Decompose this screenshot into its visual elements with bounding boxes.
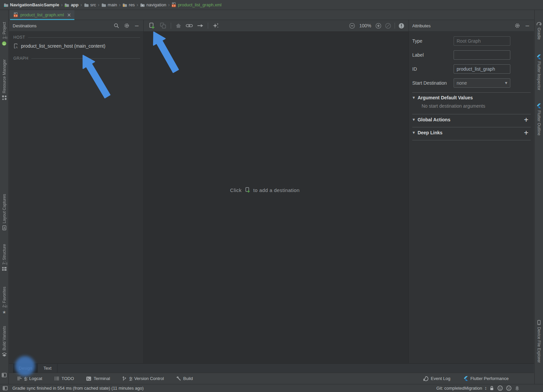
toolwindow-build[interactable]: Build xyxy=(176,376,193,381)
hide-panel-icon[interactable]: − xyxy=(134,23,139,29)
search-icon[interactable] xyxy=(114,23,119,28)
auto-arrange-button[interactable] xyxy=(212,22,219,29)
breadcrumb-project[interactable]: NavigationBasicSample xyxy=(3,2,60,7)
toolwindow-toggle-icon[interactable] xyxy=(3,386,8,390)
main-area: product_list_graph.xml × Destinations − xyxy=(9,10,534,384)
sidebar-item-device-file-explorer[interactable]: Device File Explorer xyxy=(535,320,543,363)
toolwindow-terminal[interactable]: Terminal xyxy=(86,376,110,381)
host-section-header: HOST xyxy=(9,32,143,41)
add-global-action-button[interactable]: + xyxy=(524,117,529,123)
id-label: ID xyxy=(412,66,454,72)
git-update-icons: ▴▾ xyxy=(485,386,486,390)
sidebar-item-layout-captures[interactable]: Layout Captures xyxy=(0,194,8,230)
toolwindow-event-log[interactable]: Event Log xyxy=(423,376,451,381)
toolbar-separator xyxy=(208,23,208,29)
link-button[interactable] xyxy=(186,23,193,28)
hide-panel-icon[interactable]: − xyxy=(525,23,530,29)
fragment-icon: A xyxy=(13,43,18,49)
breadcrumb-navigation[interactable]: navigation xyxy=(139,2,167,7)
zoom-level: 100% xyxy=(359,23,372,28)
host-item[interactable]: A product_list_screen_host (main_content… xyxy=(9,41,143,51)
argument-default-values-section[interactable]: ▼ Argument Default Values xyxy=(409,93,534,102)
add-destination-button[interactable] xyxy=(148,22,155,29)
sidebar-item-flutter-inspector[interactable]: Flutter Inspector xyxy=(535,54,543,90)
logcat-icon xyxy=(17,376,22,381)
breadcrumb-main[interactable]: main xyxy=(101,2,118,7)
tabs-divider xyxy=(57,364,57,373)
happy-face-icon[interactable] xyxy=(497,385,503,391)
sidebar-item-build-variants[interactable]: Build Variants xyxy=(0,326,8,357)
chevron-separator-icon: › xyxy=(97,2,101,8)
destinations-header: Destinations − xyxy=(9,20,143,32)
deep-links-section[interactable]: ▼ Deep Links + xyxy=(409,127,534,138)
breadcrumb-app[interactable]: app xyxy=(64,2,79,7)
tab-text[interactable]: Text xyxy=(38,364,57,373)
collapse-icon[interactable]: ▼ xyxy=(413,96,415,99)
global-actions-section[interactable]: ▼ Global Actions + xyxy=(409,114,534,125)
collapse-icon[interactable]: ▼ xyxy=(413,131,415,134)
navigation-canvas: 100% Click to add a destination xyxy=(144,20,409,363)
zoom-in-button[interactable] xyxy=(375,23,382,29)
left-tool-strip: 1: Project Resource Manager Layout Captu… xyxy=(0,10,9,384)
sidebar-item-gradle[interactable]: Gradle xyxy=(535,21,543,40)
id-field[interactable]: product_list_graph xyxy=(454,64,510,74)
attr-row-label: Label xyxy=(409,48,534,62)
res-folder-icon xyxy=(122,3,127,7)
destinations-title: Destinations xyxy=(13,23,37,28)
breadcrumb-res[interactable]: res xyxy=(122,2,135,7)
lock-icon[interactable] xyxy=(489,386,494,391)
tab-design[interactable]: Design xyxy=(13,364,38,373)
home-button[interactable] xyxy=(175,23,181,28)
issues-warning-icon[interactable] xyxy=(398,23,405,29)
canvas-surface[interactable]: Click to add a destination xyxy=(144,32,409,363)
toolwindow-flutter-performance[interactable]: Flutter Performance xyxy=(464,376,509,381)
gradle-icon xyxy=(536,21,542,26)
breadcrumb-src[interactable]: src xyxy=(83,2,97,7)
toolbar-separator xyxy=(171,23,171,29)
event-log-icon xyxy=(423,376,429,381)
start-destination-select[interactable]: none ▼ xyxy=(454,78,510,88)
attributes-panel: Attributes − Type Root Graph Label xyxy=(409,20,534,363)
toolwindow-version-control[interactable]: 9: Version Control xyxy=(122,376,164,381)
sidebar-item-project[interactable]: 1: Project xyxy=(0,22,8,46)
build-variants-icon xyxy=(2,352,7,357)
add-deep-link-button[interactable]: + xyxy=(524,130,529,136)
chevron-separator-icon: › xyxy=(60,2,64,8)
sidebar-item-resource-manager[interactable]: Resource Manager xyxy=(0,59,8,100)
todo-list-icon xyxy=(54,376,59,381)
section-rule xyxy=(31,58,140,59)
tab-product-list-graph[interactable]: product_list_graph.xml × xyxy=(10,10,74,20)
toolwindow-todo[interactable]: TODO xyxy=(54,376,74,381)
star-icon: ★ xyxy=(2,310,6,315)
attr-row-start-destination: Start Destination none ▼ xyxy=(409,76,534,90)
gear-icon[interactable] xyxy=(515,23,520,28)
close-icon[interactable]: × xyxy=(67,12,71,18)
zoom-out-button[interactable] xyxy=(349,23,355,29)
sidebar-item-structure[interactable]: 7: Structure xyxy=(0,244,8,271)
breadcrumb-file[interactable]: product_list_graph.xml xyxy=(171,2,222,7)
right-tool-strip: Gradle Flutter Inspector Flutter Outline… xyxy=(534,10,543,384)
toolwindow-logcat[interactable]: 6: Logcat xyxy=(17,376,42,381)
sad-face-icon[interactable] xyxy=(506,385,512,391)
empty-canvas-hint: Click to add a destination xyxy=(230,187,300,193)
type-label: Type xyxy=(412,38,454,44)
action-arrow-button[interactable] xyxy=(197,23,203,28)
gear-icon[interactable] xyxy=(124,23,129,28)
section-separator xyxy=(412,140,531,140)
folder-icon xyxy=(101,3,106,7)
tool-window-switcher-icon[interactable] xyxy=(2,373,7,378)
editor-tab-bar: product_list_graph.xml × xyxy=(9,10,534,20)
nested-graph-button[interactable] xyxy=(160,22,166,29)
flutter-icon xyxy=(464,376,468,381)
git-branch-label[interactable]: Git: completedMigration xyxy=(436,386,482,391)
label-field[interactable] xyxy=(454,50,510,60)
sidebar-item-favorites[interactable]: 2: Favorites ★ xyxy=(0,287,8,315)
zoom-to-fit-button[interactable] xyxy=(385,23,391,29)
folder-icon xyxy=(84,3,89,7)
android-studio-window: NavigationBasicSample › app › src › main… xyxy=(0,0,543,392)
notifications-icon[interactable] xyxy=(515,386,520,391)
chevron-separator-icon: › xyxy=(118,2,122,8)
sidebar-item-flutter-outline[interactable]: Flutter Outline xyxy=(535,103,543,135)
collapse-icon[interactable]: ▼ xyxy=(413,118,415,121)
host-item-label: product_list_screen_host (main_content) xyxy=(21,43,105,49)
